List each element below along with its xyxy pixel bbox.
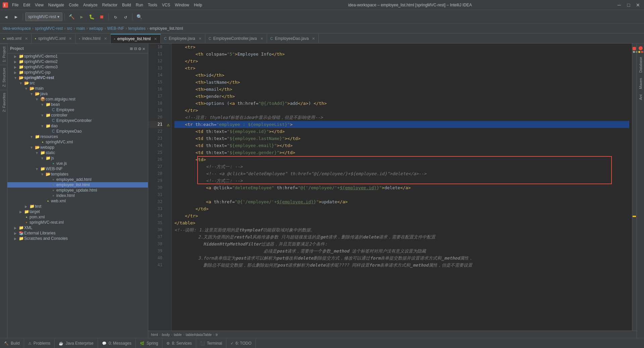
- menu-code[interactable]: Code: [67, 2, 80, 8]
- bottom-tab-spring[interactable]: 🌿 Spring: [136, 339, 163, 348]
- menu-tools[interactable]: Tools: [146, 2, 159, 8]
- menu-help[interactable]: Help: [192, 2, 204, 8]
- toolbar-search-btn[interactable]: 🔍: [135, 12, 144, 21]
- editor-bc-html[interactable]: html: [151, 333, 158, 337]
- bottom-tab-messages[interactable]: 💬 0: Messages: [98, 339, 136, 348]
- tree-item-templates[interactable]: ▼ 📂 templates: [7, 171, 148, 177]
- tree-item-src[interactable]: ▼ 📂 src: [7, 80, 148, 86]
- menu-run[interactable]: Run: [134, 2, 145, 8]
- tab-close-employeedao[interactable]: ✕: [312, 37, 315, 41]
- breadcrumb-src[interactable]: src: [67, 26, 72, 31]
- tree-item-rest[interactable]: ▼ 📂 springMVC-rest: [7, 75, 148, 80]
- side-tab-structure[interactable]: Z: Structure: [0, 65, 7, 89]
- tree-item-webinf[interactable]: ▼ 📁 WEB-INF: [7, 166, 148, 171]
- tree-item-springmvcxml[interactable]: ▪ springMVC.xml: [7, 139, 148, 145]
- toolbar-forward-btn[interactable]: ▶: [11, 12, 21, 21]
- tree-item-emplist[interactable]: ▪ employee_list.html: [7, 182, 148, 188]
- tree-item-xmlfolder[interactable]: ▶ 📁 XML: [7, 225, 148, 230]
- tree-item-extlib[interactable]: ▶ 📚 External Libraries: [7, 230, 148, 236]
- close-button[interactable]: ✕: [635, 2, 641, 8]
- tree-item-dao[interactable]: ▼ 📁 dao: [7, 123, 148, 129]
- tree-item-empadd[interactable]: ▪ employee_add.html: [7, 177, 148, 182]
- tree-item-webxml-webinf[interactable]: ▪ web.xml: [7, 198, 148, 204]
- sidebar-settings-icon[interactable]: ⚙: [138, 46, 141, 51]
- toolbar-build-btn[interactable]: 🔨: [67, 12, 76, 21]
- maximize-button[interactable]: □: [625, 2, 632, 8]
- right-tab-ant[interactable]: Ant: [638, 92, 644, 103]
- tree-item-resources[interactable]: ▼ 📁 resources: [7, 134, 148, 139]
- tree-item-target[interactable]: ▶ 📁 target: [7, 209, 148, 214]
- tree-item-bean[interactable]: ▼ 📁 bean: [7, 102, 148, 107]
- tree-item-jsp[interactable]: ▶ 📁 springMVC-jsp: [7, 70, 148, 75]
- tree-item-employee[interactable]: C Employee: [7, 107, 148, 113]
- menu-build[interactable]: Build: [120, 2, 133, 8]
- sidebar-collapse-icon[interactable]: ⊟: [134, 46, 137, 51]
- menu-window[interactable]: Window: [173, 2, 191, 8]
- tab-close-employeecontroller[interactable]: ✕: [260, 37, 263, 41]
- editor-bc-table[interactable]: table: [174, 333, 182, 337]
- tree-item-java[interactable]: ▼ 📂 java: [7, 91, 148, 96]
- tab-webxml[interactable]: ▪ web.xml ✕: [0, 34, 32, 43]
- toolbar-debug-btn[interactable]: 🐛: [87, 12, 96, 21]
- breadcrumb-main[interactable]: main: [76, 26, 85, 31]
- tree-item-static[interactable]: ▼ 📁 static: [7, 150, 148, 155]
- bottom-tab-enterprise[interactable]: ☕ Java Enterprise: [55, 339, 98, 348]
- toolbar-update-btn[interactable]: ↻: [111, 12, 120, 21]
- sidebar-close-icon[interactable]: ✕: [143, 46, 145, 51]
- tab-close-indexhtml[interactable]: ✕: [104, 37, 107, 41]
- tree-item-webapp[interactable]: ▼ 📂 webapp: [7, 145, 148, 150]
- minimize-button[interactable]: ─: [616, 2, 623, 8]
- bottom-tab-todo[interactable]: ✓ 6: TODO: [226, 339, 256, 348]
- tree-item-vuejs[interactable]: ▪ vue.js: [7, 161, 148, 166]
- tree-item-controller[interactable]: ▼ 📁 controller: [7, 113, 148, 118]
- bottom-tab-problems[interactable]: ⚠ Problems: [24, 339, 55, 348]
- toolbar-undo-btn[interactable]: ↺: [121, 12, 130, 21]
- menu-navigate[interactable]: Navigate: [46, 2, 66, 8]
- side-tab-project[interactable]: 1: Project: [0, 44, 7, 65]
- project-selector[interactable]: springMVC-rest ▾: [25, 12, 62, 21]
- tree-item-empupdate[interactable]: ▪ employee_update.html: [7, 188, 148, 193]
- bottom-tab-terminal[interactable]: ⬛ Terminal: [196, 339, 226, 348]
- breadcrumb-templates[interactable]: templates: [128, 26, 146, 31]
- editor-bc-body[interactable]: body: [162, 333, 170, 337]
- menu-refactor[interactable]: Refactor: [100, 2, 119, 8]
- side-tab-favorites[interactable]: 2: Favorites: [0, 90, 7, 115]
- tab-springmvcxml[interactable]: ▪ springMVC.xml ✕: [32, 34, 75, 43]
- tree-item-demo1[interactable]: ▶ 📁 springMVC-demo1: [7, 54, 148, 59]
- menu-edit[interactable]: Edit: [21, 2, 32, 8]
- tab-close-employeelist[interactable]: ✕: [154, 37, 157, 41]
- sidebar-sync-icon[interactable]: ⊞: [130, 46, 132, 51]
- bottom-tab-services[interactable]: ⚙ 8: Services: [162, 339, 196, 348]
- tree-item-pomxml[interactable]: ▪ pom.xml: [7, 214, 148, 220]
- tab-close-springmvcxml[interactable]: ✕: [69, 37, 72, 41]
- breadcrumb-webapp[interactable]: webapp: [89, 26, 103, 31]
- menu-view[interactable]: View: [33, 2, 46, 8]
- tab-employeejava[interactable]: C Employee.java ✕: [161, 34, 205, 43]
- editor-bc-tr[interactable]: tr: [216, 333, 218, 337]
- breadcrumb-project[interactable]: springMVC-rest: [35, 26, 63, 31]
- right-tab-database[interactable]: Database: [638, 54, 644, 75]
- tree-item-package[interactable]: ▼ 📦 com.atguigu.rest: [7, 96, 148, 102]
- tree-item-js[interactable]: ▼ 📁 js: [7, 155, 148, 161]
- tree-item-test[interactable]: ▶ 📁 test: [7, 204, 148, 209]
- toolbar-run-btn[interactable]: ▶: [77, 12, 86, 21]
- tab-employeecontroller[interactable]: C EmployeeController.java ✕: [205, 34, 267, 43]
- menu-file[interactable]: File: [10, 2, 20, 8]
- right-tab-maven[interactable]: Maven: [638, 75, 644, 92]
- menu-analyze[interactable]: Analyze: [81, 2, 100, 8]
- toolbar-back-btn[interactable]: ◀: [1, 12, 11, 21]
- tree-item-empctrl[interactable]: C EmployeeController: [7, 118, 148, 123]
- code-editor[interactable]: <tr> <th colspan="5">Employee Info</th> …: [172, 44, 632, 331]
- breadcrumb-workspace[interactable]: idea-workspace: [3, 26, 31, 31]
- tree-item-empdao[interactable]: C EmployeeDao: [7, 129, 148, 134]
- tab-close-webxml[interactable]: ✕: [25, 37, 28, 41]
- tree-item-scratches[interactable]: ▶ 📁 Scratches and Consoles: [7, 236, 148, 241]
- tree-item-indexhtml[interactable]: ▪ index.html: [7, 193, 148, 198]
- tab-close-employeejava[interactable]: ✕: [199, 37, 202, 41]
- tab-employeelist[interactable]: ▪ employee_list.html ✕: [111, 34, 161, 43]
- tab-employeedao[interactable]: C EmployeeDao.java ✕: [267, 34, 319, 43]
- toolbar-stop-btn[interactable]: ⏹: [97, 12, 106, 21]
- bottom-tab-build[interactable]: 🔨 Build: [0, 339, 24, 348]
- tree-item-main[interactable]: ▼ 📂 main: [7, 86, 148, 91]
- editor-bc-datatable[interactable]: table#dataTable: [186, 333, 212, 337]
